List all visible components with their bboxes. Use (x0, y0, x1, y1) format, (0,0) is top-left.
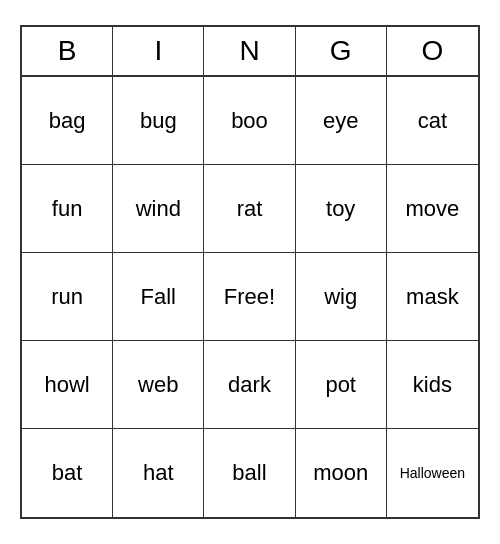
bingo-cell: moon (296, 429, 387, 517)
bingo-cell: kids (387, 341, 478, 429)
bingo-cell: Free! (204, 253, 295, 341)
bingo-cell: boo (204, 77, 295, 165)
bingo-cell: move (387, 165, 478, 253)
header-letter: I (113, 27, 204, 75)
bingo-cell: hat (113, 429, 204, 517)
bingo-cell: pot (296, 341, 387, 429)
header-letter: G (296, 27, 387, 75)
header-letter: O (387, 27, 478, 75)
bingo-cell: Fall (113, 253, 204, 341)
bingo-header: BINGO (22, 27, 478, 77)
bingo-cell: rat (204, 165, 295, 253)
bingo-cell: ball (204, 429, 295, 517)
bingo-card: BINGO bagbugbooeyecatfunwindrattoymoveru… (20, 25, 480, 519)
bingo-grid: bagbugbooeyecatfunwindrattoymoverunFallF… (22, 77, 478, 517)
bingo-cell: wind (113, 165, 204, 253)
bingo-cell: howl (22, 341, 113, 429)
bingo-cell: cat (387, 77, 478, 165)
bingo-cell: bag (22, 77, 113, 165)
header-letter: B (22, 27, 113, 75)
bingo-cell: bat (22, 429, 113, 517)
bingo-cell: eye (296, 77, 387, 165)
bingo-cell: run (22, 253, 113, 341)
bingo-cell: wig (296, 253, 387, 341)
header-letter: N (204, 27, 295, 75)
bingo-cell: Halloween (387, 429, 478, 517)
bingo-cell: mask (387, 253, 478, 341)
bingo-cell: bug (113, 77, 204, 165)
bingo-cell: dark (204, 341, 295, 429)
bingo-cell: fun (22, 165, 113, 253)
bingo-cell: web (113, 341, 204, 429)
bingo-cell: toy (296, 165, 387, 253)
